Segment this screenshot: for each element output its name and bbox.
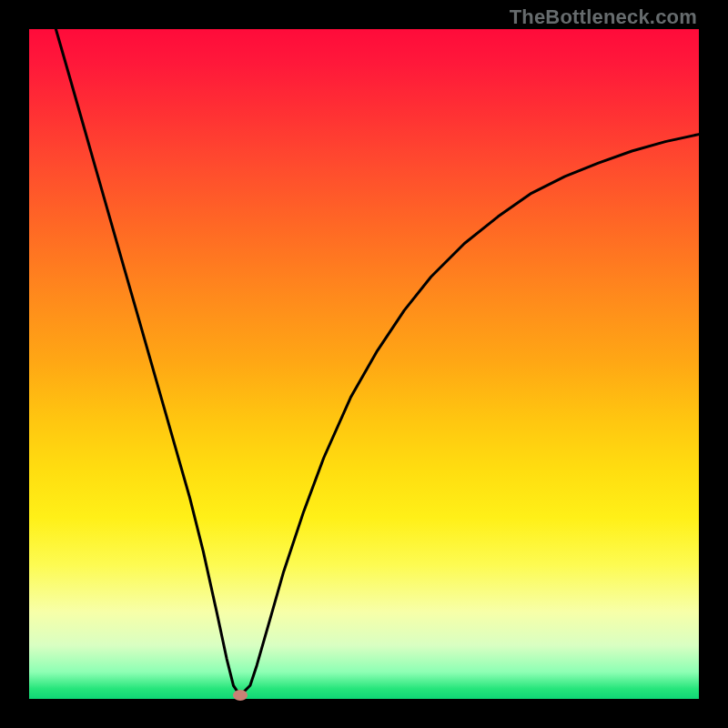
- plot-area: [29, 29, 699, 699]
- optimal-point-marker: [233, 690, 248, 701]
- bottleneck-curve: [29, 29, 699, 699]
- chart-frame: TheBottleneck.com: [0, 0, 728, 728]
- watermark-text: TheBottleneck.com: [510, 5, 697, 29]
